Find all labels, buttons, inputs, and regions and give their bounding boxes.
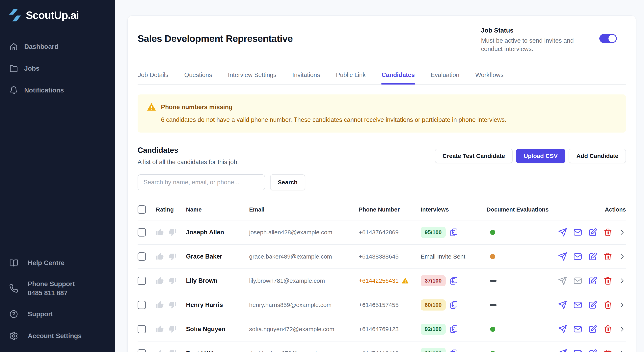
job-status-toggle[interactable]: [599, 34, 617, 43]
thumbs-up-icon[interactable]: [156, 277, 164, 285]
delete-icon[interactable]: [603, 300, 612, 310]
edit-icon[interactable]: [588, 252, 597, 261]
bolt-logo-icon: [9, 9, 21, 21]
email-icon[interactable]: [573, 325, 582, 334]
chevron-right-icon[interactable]: [618, 325, 626, 334]
search-row: Search: [138, 174, 626, 190]
tab-questions[interactable]: Questions: [184, 71, 212, 84]
thumbs-up-icon[interactable]: [156, 350, 164, 352]
edit-icon[interactable]: [588, 349, 597, 352]
send-invite-icon[interactable]: [558, 228, 567, 237]
sidebar-item-help-centre[interactable]: Help Centre: [0, 257, 115, 269]
thumbs-down-icon[interactable]: [168, 325, 176, 333]
row-checkbox[interactable]: [138, 252, 146, 261]
email-icon[interactable]: [573, 228, 582, 237]
row-checkbox[interactable]: [138, 325, 146, 333]
table-row: David Wilson david.wilson372@example.com…: [138, 341, 626, 352]
row-checkbox[interactable]: [138, 349, 146, 352]
row-checkbox[interactable]: [138, 228, 146, 237]
thumbs-down-icon[interactable]: [168, 301, 176, 309]
send-invite-icon[interactable]: [558, 325, 567, 334]
candidate-phone: +61438388645: [359, 253, 421, 260]
chevron-right-icon[interactable]: [618, 276, 626, 285]
delete-icon[interactable]: [603, 349, 612, 352]
select-all-checkbox[interactable]: [138, 205, 146, 214]
email-icon[interactable]: [573, 349, 582, 352]
sidebar-nav: Dashboard Jobs Notifications: [0, 40, 115, 96]
interview-score-badge: 60/100: [421, 300, 446, 311]
sidebar-item-dashboard[interactable]: Dashboard: [0, 40, 115, 53]
candidate-email: grace.baker489@example.com: [249, 253, 359, 260]
row-checkbox[interactable]: [138, 301, 146, 309]
header-email: Email: [249, 206, 359, 213]
edit-icon[interactable]: [588, 276, 597, 285]
clipboard-check-icon[interactable]: [450, 349, 458, 352]
thumbs-down-icon[interactable]: [168, 228, 176, 236]
interview-score-badge: 82/100: [421, 348, 446, 352]
thumbs-down-icon[interactable]: [168, 253, 176, 261]
email-icon[interactable]: [573, 252, 582, 261]
chevron-right-icon[interactable]: [618, 349, 626, 352]
send-invite-icon[interactable]: [558, 349, 567, 352]
search-button[interactable]: Search: [270, 174, 305, 190]
sidebar-item-phone-support[interactable]: Phone Support 0485 811 887: [0, 279, 115, 299]
clipboard-check-icon[interactable]: [450, 277, 458, 285]
delete-icon[interactable]: [603, 228, 612, 237]
folder-icon: [9, 64, 18, 73]
create-test-candidate-button[interactable]: Create Test Candidate: [435, 149, 512, 163]
thumbs-down-icon[interactable]: [168, 350, 176, 352]
phone-support-number: 0485 811 887: [28, 289, 75, 297]
thumbs-up-icon[interactable]: [156, 228, 164, 236]
tab-candidates[interactable]: Candidates: [381, 71, 415, 84]
sidebar-item-account-settings[interactable]: Account Settings: [0, 330, 115, 342]
delete-icon[interactable]: [603, 325, 612, 334]
thumbs-down-icon[interactable]: [168, 277, 176, 285]
chevron-right-icon[interactable]: [618, 252, 626, 261]
bell-icon: [9, 86, 18, 95]
edit-icon[interactable]: [588, 325, 597, 334]
chevron-right-icon[interactable]: [618, 228, 626, 237]
send-invite-icon[interactable]: [558, 300, 567, 310]
doc-eval-status-dot: [490, 351, 495, 352]
candidate-email: henry.harris859@example.com: [249, 302, 359, 308]
tab-interview-settings[interactable]: Interview Settings: [228, 71, 277, 84]
phone-warning-banner: Phone numbers missing 6 candidates do no…: [138, 94, 626, 133]
tab-evaluation[interactable]: Evaluation: [430, 71, 460, 84]
warning-triangle-icon: [147, 103, 156, 111]
send-invite-icon[interactable]: [558, 252, 567, 261]
page-title: Sales Development Representative: [138, 33, 293, 44]
job-status-label: Job Status: [481, 27, 588, 34]
job-header: Sales Development Representative Job Sta…: [138, 27, 626, 53]
delete-icon[interactable]: [603, 276, 612, 285]
sidebar-item-support[interactable]: Support: [0, 308, 115, 320]
search-input[interactable]: [138, 174, 265, 190]
chevron-right-icon[interactable]: [618, 300, 626, 310]
tab-job-details[interactable]: Job Details: [138, 71, 169, 84]
job-status-block: Job Status Must be active to send invite…: [481, 27, 626, 53]
email-icon[interactable]: [573, 300, 582, 310]
clipboard-check-icon[interactable]: [450, 228, 458, 237]
row-checkbox[interactable]: [138, 277, 146, 285]
edit-icon[interactable]: [588, 300, 597, 310]
upload-csv-button[interactable]: Upload CSV: [516, 149, 566, 163]
candidate-email: lily.brown781@example.com: [249, 277, 359, 284]
candidates-table: Rating Name Email Phone Number Interview…: [138, 199, 626, 352]
tab-workflows[interactable]: Workflows: [475, 71, 504, 84]
tab-invitations[interactable]: Invitations: [292, 71, 320, 84]
sidebar-item-notifications[interactable]: Notifications: [0, 84, 115, 96]
banner-title: Phone numbers missing: [161, 104, 232, 111]
tab-public-link[interactable]: Public Link: [336, 71, 366, 84]
clipboard-check-icon[interactable]: [450, 301, 458, 309]
thumbs-up-icon[interactable]: [156, 325, 164, 333]
clipboard-check-icon[interactable]: [450, 325, 458, 333]
phone-icon: [9, 284, 18, 293]
table-row: Grace Baker grace.baker489@example.com +…: [138, 244, 626, 269]
add-candidate-button[interactable]: Add Candidate: [569, 149, 626, 163]
sidebar-item-jobs[interactable]: Jobs: [0, 62, 115, 75]
edit-icon[interactable]: [588, 228, 597, 237]
thumbs-up-icon[interactable]: [156, 253, 164, 261]
doc-eval-status-dot: [490, 254, 495, 259]
candidate-phone-invalid: +61442256431: [359, 277, 421, 284]
delete-icon[interactable]: [603, 252, 612, 261]
thumbs-up-icon[interactable]: [156, 301, 164, 309]
